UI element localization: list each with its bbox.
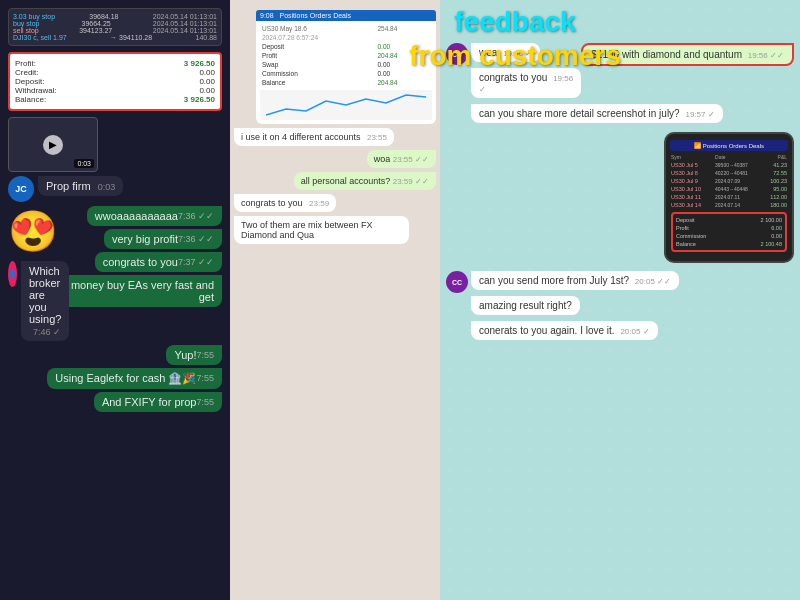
profit-row-credit: Credit: 0.00 — [15, 68, 215, 77]
trade-item-4: DJI30 c, sell 1.97 → 394110.28 140.88 — [13, 34, 217, 41]
balance-label: Balance: — [15, 95, 46, 104]
woa-mid-text: woa — [374, 154, 391, 164]
fxify-time: 7:55 — [196, 397, 214, 407]
summary-table: Deposit 2 100.00 Profit 6.00 Commission — [675, 216, 783, 248]
ph-profit-4: 95.00 — [762, 185, 788, 193]
play-button[interactable]: ▶ — [43, 135, 63, 155]
ph-profit-2: 72.55 — [762, 169, 788, 177]
sum-dep-val: 2 100.00 — [738, 216, 783, 224]
trade-price: 39684.18 — [89, 13, 118, 20]
sh-swap-label: Swap — [260, 60, 375, 69]
screenshot-deposit-row: Deposit 0.00 — [260, 42, 432, 51]
phone-header: 📶 Positions Orders Deals — [670, 140, 788, 151]
screenshot-row-dates: 2024.07.28 6:57:24 — [260, 33, 432, 42]
trade-date: 2024.05.14 01:13:01 — [153, 13, 217, 20]
ph-row-2: US30 Jul 8 40220→40481 72.55 — [670, 169, 788, 177]
ph-row-1: US30 Jul 5 39500→40387 41.23 — [670, 161, 788, 169]
ph-col-sym: Sym — [670, 153, 714, 161]
ph-sym-2: US30 Jul 8 — [670, 169, 714, 177]
use-4-accounts-bubble: i use it on 4 different accounts 23:55 — [234, 128, 394, 146]
balance-value: 3 926.50 — [184, 95, 215, 104]
trade-type: sell stop — [13, 27, 39, 34]
2100-text: $2100 with diamond and quantum — [591, 49, 742, 60]
ph-sym-3: US30 Jul 9 — [670, 177, 714, 185]
screenshot-time: 9:08 — [260, 12, 274, 19]
ph-row-6: US30 Jul 14 2024.07.14 180.00 — [670, 201, 788, 209]
credit-value: 0.00 — [199, 68, 215, 77]
congrats-mid-text: congrats to you — [241, 198, 303, 208]
congrats-time: 7:37 ✓✓ — [178, 257, 214, 267]
sh-swap-val: 0.00 — [375, 60, 432, 69]
ph-profit-1: 41.23 — [762, 161, 788, 169]
profit-row-balance: Balance: 3 926.50 — [15, 95, 215, 104]
credit-label: Credit: — [15, 68, 39, 77]
jc-avatar: JC — [8, 176, 34, 202]
prop-firm-time: 0:03 — [98, 182, 116, 192]
prop-firm-text: Prop firm — [46, 180, 91, 192]
middle-chat-panel: 9:08 Positions Orders Deals US30 May 18.… — [230, 0, 440, 600]
profit-row-profit: Profit: 3 926.50 — [15, 59, 215, 68]
video-thumbnail[interactable]: ▶ 0:03 — [8, 117, 98, 172]
trade-type: buy stop — [13, 20, 39, 27]
congrats-right-text: congrats to you — [479, 72, 547, 83]
trade-price: 394123.27 — [79, 27, 112, 34]
ph-summary-cell: Deposit 2 100.00 Profit 6.00 Commission — [670, 209, 788, 255]
phone-signal: 📶 Positions Orders Deals — [694, 143, 764, 149]
screenshot-table: US30 May 18.6 254.84 2024.07.28 6:57:24 … — [260, 24, 432, 87]
ph-date-3: 2024.07.09 — [714, 177, 762, 185]
woa-bubble: wwoaaaaaaaaaa 7:36 ✓✓ — [87, 206, 222, 226]
cc-avatar: CC — [446, 43, 468, 65]
sum-bal-label: Balance — [675, 240, 738, 248]
screenshot-balance-row: Balance 204.84 — [260, 78, 432, 87]
ph-sym-1: US30 Jul 5 — [670, 161, 714, 169]
sum-profit: Profit 6.00 — [675, 224, 783, 232]
conerats-row: conerats to you again. I love it. 20:05 … — [446, 321, 794, 343]
ph-row-5: US30 Jul 11 2024.07.11 112.00 — [670, 193, 788, 201]
screenshot-header: 9:08 Positions Orders Deals — [256, 10, 436, 21]
prop-firm-bubble: Prop firm 0:03 — [38, 176, 123, 196]
woa-time: 7:36 ✓✓ — [178, 211, 214, 221]
send-more-row: CC can you send more from July 1st? 20:0… — [446, 267, 794, 293]
right-chat-bg: $2100 with diamond and quantum 19:56 ✓✓ … — [440, 0, 800, 600]
phone-screenshot-box: 📶 Positions Orders Deals Sym Date P&L US… — [664, 132, 794, 263]
woa-right-row: CC woa 19:56 ✓ — [446, 43, 581, 65]
withdrawal-value: 0.00 — [199, 86, 215, 95]
congrats-mid-bubble: congrats to you 23:59 — [234, 194, 336, 212]
sh-profit-val: 204.84 — [375, 51, 432, 60]
2100-bubble: $2100 with diamond and quantum 19:56 ✓✓ — [581, 43, 794, 66]
conerats-bubble: conerats to you again. I love it. 20:05 … — [471, 321, 658, 340]
detail-screenshot-text: can you share more detail screenshot in … — [479, 108, 680, 119]
profit-label: Profit: — [15, 59, 36, 68]
ph-date-4: 40443→40448 — [714, 185, 762, 193]
woa-mid-bubble: woa 23:55 ✓✓ — [367, 150, 436, 168]
trade-price: → 394110.28 — [110, 34, 152, 41]
congrats-mid-time: 23:59 — [309, 199, 329, 208]
main-container: feedback from customers 3.03 buy stop 39… — [0, 0, 800, 600]
use-4-accounts-time: 23:55 — [367, 133, 387, 142]
mini-chart — [260, 90, 432, 120]
sh-dates: 2024.07.28 6:57:24 — [260, 33, 432, 42]
sum-balance: Balance 2 100.48 — [675, 240, 783, 248]
ph-sym-5: US30 Jul 11 — [670, 193, 714, 201]
deposit-label: Deposit: — [15, 77, 44, 86]
detail-screenshot-time: 19:57 ✓ — [685, 110, 714, 119]
detail-screenshot-row: can you share more detail screenshot in … — [446, 104, 794, 126]
trade-price: 39664.25 — [82, 20, 111, 27]
sum-commission: Commission 0.00 — [675, 232, 783, 240]
fxify-bubble: And FXIFY for prop 7:55 — [94, 392, 222, 412]
eaglefx-bubble: Using Eaglefx for cash 🏦🎉 7:55 — [47, 368, 222, 389]
red-summary-box: Deposit 2 100.00 Profit 6.00 Commission — [671, 212, 787, 252]
broker-question-row: 👤 Which broker are you using? 7:46 ✓ — [8, 261, 22, 341]
ph-date-1: 39500→40387 — [714, 161, 762, 169]
sh-deposit-label: Deposit — [260, 42, 375, 51]
woa-right-bubble: woa 19:56 ✓ — [471, 43, 540, 62]
profit-row-withdrawal: Withdrawal: 0.00 — [15, 86, 215, 95]
use-4-accounts-text: i use it on 4 different accounts — [241, 132, 360, 142]
profit-row-deposit: Deposit: 0.00 — [15, 77, 215, 86]
sh-col2: 254.84 — [375, 24, 432, 33]
profit-value: 3 926.50 — [184, 59, 215, 68]
profit-stats-box: Profit: 3 926.50 Credit: 0.00 Deposit: 0… — [8, 52, 222, 111]
phone-trade-table: Sym Date P&L US30 Jul 5 39500→40387 41.2… — [670, 153, 788, 255]
sum-profit-label: Profit — [675, 224, 738, 232]
trade-date: 140.88 — [196, 34, 217, 41]
